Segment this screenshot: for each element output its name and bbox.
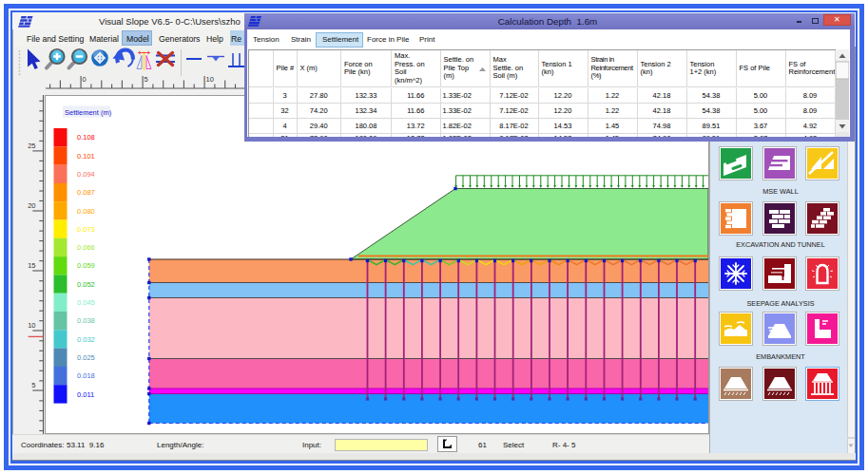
svg-text:0: 0 <box>83 75 87 84</box>
svg-text:0.066: 0.066 <box>77 243 95 252</box>
svg-text:0.032: 0.032 <box>77 335 95 344</box>
svg-text:25: 25 <box>28 142 35 150</box>
svg-text:0.038: 0.038 <box>77 316 95 325</box>
svg-text:0.059: 0.059 <box>77 261 95 270</box>
svg-text:0.045: 0.045 <box>77 298 95 307</box>
svg-text:5: 5 <box>31 381 35 389</box>
svg-text:0.052: 0.052 <box>77 280 95 289</box>
svg-text:0.025: 0.025 <box>77 353 95 362</box>
svg-text:15: 15 <box>28 261 35 270</box>
svg-text:0.080: 0.080 <box>77 207 95 216</box>
svg-text:20: 20 <box>28 201 35 210</box>
svg-text:Settlement (m): Settlement (m) <box>65 108 112 117</box>
svg-text:0.101: 0.101 <box>77 152 95 161</box>
svg-text:0.094: 0.094 <box>77 170 95 179</box>
svg-text:5: 5 <box>145 75 148 84</box>
svg-text:0.073: 0.073 <box>77 225 95 234</box>
svg-text:0.018: 0.018 <box>77 371 95 380</box>
svg-text:0.011: 0.011 <box>77 390 94 399</box>
svg-text:0.087: 0.087 <box>77 188 95 197</box>
svg-text:10: 10 <box>206 75 214 84</box>
svg-text:0.108: 0.108 <box>77 133 95 142</box>
svg-text:10: 10 <box>28 321 35 330</box>
